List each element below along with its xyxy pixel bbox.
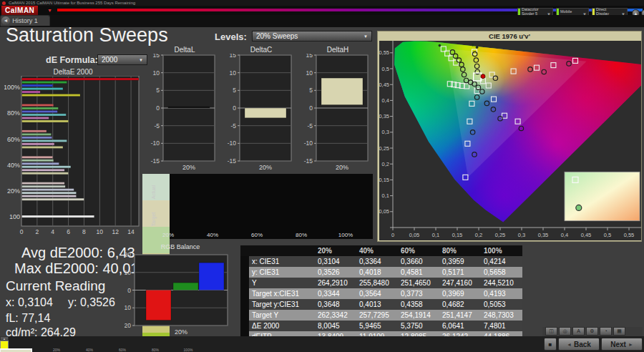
tick-label: 0,1	[382, 192, 389, 199]
delta-bar	[245, 108, 286, 118]
swatch-column-label: 100%	[328, 232, 364, 238]
timer-button[interactable]: ◔	[600, 327, 612, 336]
calman-logo[interactable]: CalMAN	[1, 6, 38, 15]
deltae-bar	[22, 107, 59, 109]
cie-diagram-panel: CIE 1976 u'v' 00,050,050,10,10,150,150,2…	[377, 31, 642, 242]
tick-label: -5	[307, 122, 313, 129]
de-formula-dropdown[interactable]: 2000 ▼	[97, 54, 147, 65]
deltae-bar	[22, 192, 77, 194]
swatch-column-label: 80%	[283, 232, 319, 238]
table-cell: 0,3648	[315, 299, 356, 310]
table-cell: 7,4801	[481, 321, 522, 331]
tick-label: -10	[151, 140, 160, 147]
tick-label: 0,45	[581, 232, 592, 238]
group-label: 40%	[7, 162, 20, 169]
category-label: 20%	[259, 164, 272, 171]
tick-label: -10	[125, 304, 131, 311]
deltae-bar	[22, 156, 53, 158]
deltae-bar	[22, 82, 67, 84]
category-label: 20%	[182, 164, 195, 171]
row-gutter	[240, 278, 249, 288]
table-cell: 255,8480	[356, 278, 398, 288]
table-cell: 0,3344	[315, 288, 356, 299]
tick-label: -10	[228, 140, 237, 147]
cie-diagram-plot-area: 00,050,050,10,10,150,150,20,20,250,250,3…	[379, 41, 641, 240]
rgb-balance-plot: 20100-10-2020%	[125, 250, 236, 339]
table-header-20%: 20%	[315, 245, 356, 256]
tick-label: 5	[156, 87, 160, 94]
tick-label: 6	[67, 228, 70, 235]
row-label: y: CIE31	[249, 267, 315, 278]
tick-label: 10	[97, 228, 104, 235]
row-gutter	[240, 299, 249, 310]
deltae-bar	[22, 120, 69, 122]
table-cell: 0,5171	[439, 267, 481, 278]
tick-label: 0	[156, 104, 160, 112]
tick-label: 5	[309, 87, 313, 94]
table-cell: 254,1914	[398, 310, 439, 321]
delta-bar	[168, 107, 210, 108]
display-button[interactable]: ◫	[545, 327, 557, 336]
deltae-bar	[22, 78, 140, 80]
target-swatch-20%	[142, 200, 170, 227]
tick-label: 0,25	[379, 145, 389, 152]
red-bar	[146, 290, 171, 321]
row-label: Target Y	[249, 310, 315, 321]
tick-label: 0,3	[518, 232, 525, 238]
deltae-bar	[22, 160, 54, 162]
deltae-bar	[22, 162, 59, 165]
table-cell: 248,7303	[481, 310, 522, 321]
window-title: CalMAN 2015 CalMAN Ultimate for Business…	[9, 1, 135, 5]
table-cell: 8,0045	[315, 321, 356, 331]
tick-label: 0,4	[561, 232, 568, 238]
deltae-bar	[22, 137, 52, 139]
delta-c-title: DeltaC	[224, 46, 298, 54]
patch-swatch-20%[interactable]	[0, 349, 31, 352]
back-label: Back	[574, 341, 591, 348]
deltae2000-plot: 02468101214100%80%60%40%20%100	[4, 76, 142, 239]
deltae-bar	[22, 104, 54, 106]
text-button[interactable]: A	[572, 327, 585, 336]
table-cell: 0,3526	[315, 267, 356, 278]
table-corner	[240, 245, 249, 256]
current-x-value: x: 0,3104	[6, 296, 53, 309]
levels-dropdown[interactable]: 20% Sweeps ▼	[252, 31, 372, 41]
tick-label: -10	[304, 140, 313, 147]
patch-strip: ▲20%40%60%80%100%■◄BackNext►	[0, 336, 644, 352]
tick-label: 0,5	[604, 232, 611, 238]
deltae-bar	[22, 91, 41, 93]
delta-c-plot: 151050-5-10-1520%	[224, 54, 298, 174]
tick-label: 0,2	[382, 161, 389, 167]
patch-label: 20%	[41, 348, 72, 352]
deltae-bar	[22, 146, 63, 148]
table-cell: 264,2910	[315, 278, 356, 288]
current-reading-heading: Current Reading	[6, 278, 105, 294]
settings-button[interactable]: ⚙	[586, 327, 598, 336]
tick-label: 0	[391, 232, 394, 238]
main-content: Saturation Sweeps Levels: 20% Sweeps ▼ d…	[0, 27, 644, 336]
row-gutter	[240, 321, 249, 331]
table-cell: 0,4013	[356, 299, 398, 310]
back-button[interactable]: ◄Back	[558, 338, 600, 351]
next-button[interactable]: Next►	[601, 338, 643, 351]
tick-label: 8	[82, 228, 86, 235]
chevron-down-icon: ▼	[139, 58, 143, 62]
grid-button[interactable]: ▦	[613, 327, 625, 336]
target-button[interactable]: ◎	[559, 327, 571, 336]
tick-label: -15	[304, 157, 313, 165]
deltae-bar	[22, 172, 69, 175]
logo-menu-arrow-icon[interactable]: ▼	[47, 8, 52, 13]
row-label: x: CIE31	[249, 256, 315, 267]
deltae-bar	[22, 110, 58, 112]
tick-label: 10	[125, 269, 131, 276]
stop-measurement-button[interactable]: ■	[544, 338, 557, 351]
avg-de2000-value: Avg dE2000: 6,43	[21, 245, 135, 261]
tick-label: 0,55	[624, 232, 635, 238]
table-cell: 244,5210	[481, 278, 522, 288]
tick-label: 10	[230, 69, 237, 77]
row-label: Target x:CIE31	[249, 288, 315, 299]
delta-bar	[321, 78, 363, 104]
tick-label: 0,2	[475, 232, 482, 238]
tick-label: -20	[125, 322, 131, 329]
deltae-bar	[22, 117, 49, 119]
